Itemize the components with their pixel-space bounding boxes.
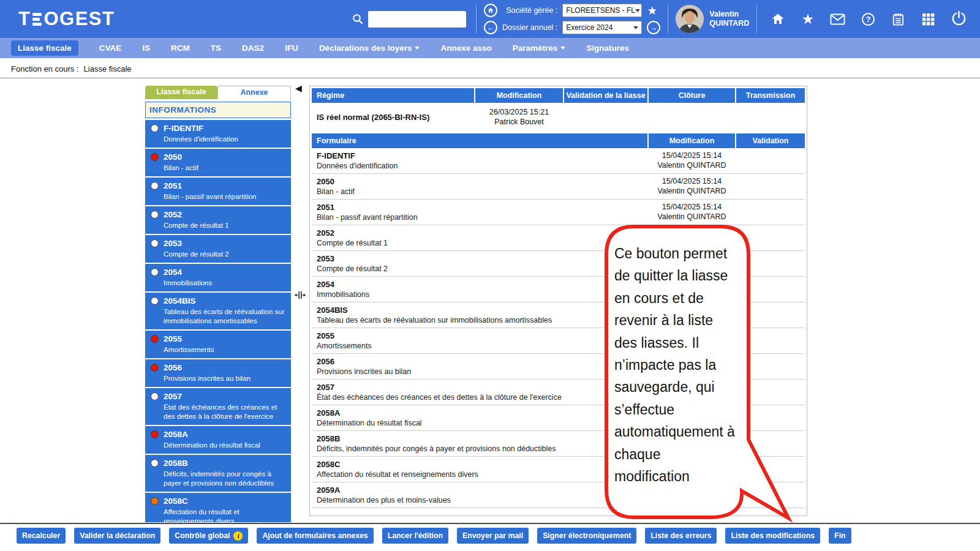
sidebar-item-2050[interactable]: 2050Bilan - actif bbox=[145, 149, 291, 178]
form-table-header: FormulaireModificationValidation bbox=[312, 133, 805, 148]
form-cell-name: 2058CAffectation du résultat et renseign… bbox=[312, 457, 647, 482]
form-cell-name: 2058BDéficits, indemnités pour congés à … bbox=[312, 431, 647, 456]
form-code: F-IDENTIF bbox=[317, 151, 647, 161]
table-row-2050[interactable]: 2050Bilan - actif15/04/2025 15:14Valenti… bbox=[312, 174, 805, 200]
toolbar-button-label: Valider la déclaration bbox=[80, 531, 155, 540]
nav-item-annexe-asso[interactable]: Annexe asso bbox=[440, 43, 491, 53]
sidebar-item-2053[interactable]: 2053Compte de résultat 2 bbox=[145, 235, 291, 264]
collapse-sidebar-icon[interactable]: ◀ bbox=[295, 83, 302, 93]
sidebar-item-2057[interactable]: 2057État des échéances des créances et d… bbox=[145, 388, 291, 426]
nav-item-label: IS bbox=[142, 43, 150, 53]
apps-grid-icon[interactable] bbox=[921, 12, 935, 26]
sidebar-item-text: 2050Bilan - actif bbox=[164, 152, 198, 173]
nav-item-liasse-fiscale[interactable]: Liasse fiscale bbox=[11, 40, 78, 56]
toolbar-button-label: Envoyer par mail bbox=[462, 531, 523, 540]
forward-circle-icon[interactable]: → bbox=[647, 21, 660, 34]
dossier-select[interactable]: Exercice 2024 bbox=[562, 21, 642, 34]
sidebar-item-label: Données d'identification bbox=[164, 135, 238, 144]
sidebar-item-label: Détermination du résultat fiscal bbox=[164, 441, 260, 450]
sidebar-tabs: Liasse fiscale Annexe bbox=[145, 86, 291, 99]
form-label: Tableau des écarts de réévaluation sur i… bbox=[317, 315, 647, 325]
form-cell-modification: 15/04/2025 15:14Valentin QUINTARD bbox=[649, 174, 735, 199]
form-header-cell: Validation bbox=[736, 133, 805, 148]
power-icon[interactable] bbox=[951, 10, 967, 28]
forms-sidebar: Liasse fiscale Annexe INFORMATIONS F-IDE… bbox=[145, 86, 291, 522]
top-header-bar: TOGEST Société gérée : FLOREETSENS - FL … bbox=[0, 0, 980, 38]
status-dot-white bbox=[151, 392, 159, 400]
status-dot-orange bbox=[151, 497, 159, 505]
toolbar-button-label: Ajout de formulaires annexes bbox=[262, 531, 368, 540]
nav-item-d-clarations-des-loyers[interactable]: Déclarations des loyers bbox=[319, 43, 420, 53]
valider-la-d-claration-button[interactable]: Valider la déclaration bbox=[74, 528, 160, 544]
search-input[interactable] bbox=[368, 11, 466, 28]
liste-des-modifications-button[interactable]: Liste des modifications bbox=[725, 528, 820, 544]
regime-modification: 26/03/2025 15:21 Patrick Bouvet bbox=[475, 107, 563, 127]
modification-author: Valentin QUINTARD bbox=[649, 160, 735, 170]
ajout-de-formulaires-annexes-button[interactable]: Ajout de formulaires annexes bbox=[257, 528, 373, 544]
nav-item-cvae[interactable]: CVAE bbox=[99, 43, 122, 53]
sidebar-item-2054[interactable]: 2054Immobilisations bbox=[145, 264, 291, 293]
star-icon[interactable]: ★ bbox=[801, 11, 814, 28]
form-cell-name: 2056Provisions inscrites au bilan bbox=[312, 354, 647, 379]
form-cell-modification: 15/04/2025 15:14Valentin QUINTARD bbox=[649, 148, 735, 173]
sidebar-item-2052[interactable]: 2052Compte de résultat 1 bbox=[145, 206, 291, 235]
form-code: 2056 bbox=[317, 356, 647, 367]
sidebar-item-label: Immobilisations bbox=[164, 279, 212, 288]
signer-lectroniquement-button[interactable]: Signer électroniquement bbox=[537, 528, 636, 544]
favorite-star-icon[interactable]: ★ bbox=[647, 5, 660, 17]
lancer-l-dition-button[interactable]: Lancer l'édition bbox=[382, 528, 448, 544]
sidebar-item-2056[interactable]: 2056Provisions inscrites au bilan bbox=[145, 359, 291, 388]
help-icon[interactable]: ? bbox=[861, 12, 875, 26]
form-label: Amortissements bbox=[317, 341, 647, 351]
sidebar-section-title: INFORMATIONS bbox=[145, 102, 291, 118]
home-icon[interactable] bbox=[771, 12, 785, 26]
recalculer-button[interactable]: Recalculer bbox=[17, 528, 66, 544]
status-dot-red bbox=[151, 153, 159, 161]
nav-item-label: Signatures bbox=[586, 43, 629, 53]
sidebar-item-text: 2058BDéficits, indemnités pour congés à … bbox=[164, 458, 287, 488]
app-logo: TOGEST bbox=[18, 8, 115, 30]
contr-le-global-button[interactable]: Contrôle globali bbox=[169, 528, 248, 544]
liste-des-erreurs-button[interactable]: Liste des erreurs bbox=[645, 528, 717, 544]
sidebar-item-2054bis[interactable]: 2054BISTableau des écarts de réévaluatio… bbox=[145, 293, 291, 331]
societe-select[interactable]: FLOREETSENS - FL bbox=[562, 4, 642, 17]
nav-item-ifu[interactable]: IFU bbox=[285, 43, 298, 53]
tab-liasse-fiscale[interactable]: Liasse fiscale bbox=[145, 86, 217, 99]
nav-item-label: IFU bbox=[285, 43, 298, 53]
envoyer-par-mail-button[interactable]: Envoyer par mail bbox=[457, 528, 529, 544]
notes-icon[interactable] bbox=[891, 12, 905, 26]
nav-item-rcm[interactable]: RCM bbox=[171, 43, 190, 53]
sidebar-item-2058a[interactable]: 2058ADétermination du résultat fiscal bbox=[145, 426, 291, 455]
home-circle-icon[interactable] bbox=[484, 4, 497, 17]
sidebar-item-text: 2058CAffectation du résultat et renseign… bbox=[164, 496, 287, 522]
table-row-f-identif[interactable]: F-IDENTIFDonnées d'identification15/04/2… bbox=[312, 148, 805, 174]
status-dot-red bbox=[151, 335, 159, 343]
form-code: 2058A bbox=[317, 408, 647, 418]
mail-icon[interactable] bbox=[830, 13, 845, 25]
nav-item-param-tres[interactable]: Paramètres bbox=[513, 43, 566, 53]
nav-item-das2[interactable]: DAS2 bbox=[242, 43, 264, 53]
sidebar-item-code: 2056 bbox=[164, 362, 251, 373]
back-circle-icon[interactable]: ← bbox=[484, 21, 497, 34]
form-cell-validation bbox=[736, 148, 805, 173]
breadcrumb: Fonction en cours :Liasse fiscale bbox=[11, 64, 132, 73]
sidebar-item-2051[interactable]: 2051Bilan - passif avant répartition bbox=[145, 178, 291, 206]
nav-item-signatures[interactable]: Signatures bbox=[586, 43, 629, 53]
tab-annexe[interactable]: Annexe bbox=[217, 86, 291, 99]
sidebar-item-text: 2058ADétermination du résultat fiscal bbox=[164, 429, 260, 450]
avatar[interactable] bbox=[676, 5, 704, 33]
fin-button[interactable]: Fin bbox=[829, 528, 851, 544]
sidebar-item-f-identif[interactable]: F-IDENTIFDonnées d'identification bbox=[145, 120, 291, 149]
sidebar-item-2055[interactable]: 2055Amortissements bbox=[145, 331, 291, 359]
sidebar-item-2058c[interactable]: 2058CAffectation du résultat et renseign… bbox=[145, 493, 291, 522]
toolbar-button-label: Contrôle global bbox=[175, 531, 230, 540]
splitter-resize-icon[interactable] bbox=[295, 291, 306, 302]
sidebar-item-2058b[interactable]: 2058BDéficits, indemnités pour congés à … bbox=[145, 455, 291, 493]
nav-item-ts[interactable]: TS bbox=[211, 43, 221, 53]
form-code: 2055 bbox=[317, 331, 647, 341]
nav-item-is[interactable]: IS bbox=[142, 43, 150, 53]
sidebar-item-code: 2051 bbox=[164, 181, 257, 191]
regime-header-cell: Modification bbox=[475, 88, 563, 103]
form-label: Données d'identification bbox=[317, 161, 647, 171]
form-code: 2050 bbox=[317, 176, 647, 187]
